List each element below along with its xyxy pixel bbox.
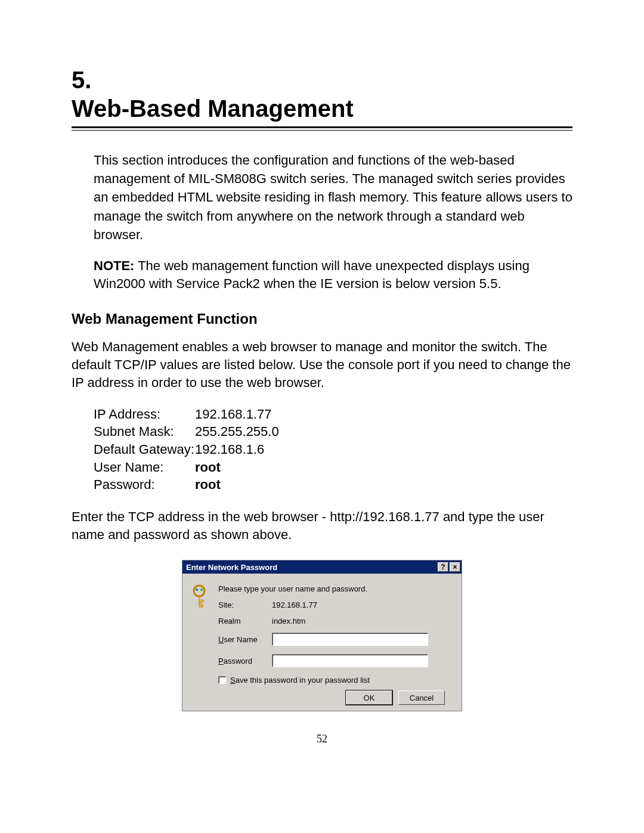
page-number: 52 [72, 733, 572, 745]
kv-val: root [195, 476, 221, 494]
note-label: NOTE: [94, 258, 134, 273]
kv-row-username: User Name: root [94, 459, 572, 476]
kv-val: root [195, 459, 221, 476]
username-label: User Name [218, 635, 272, 644]
kv-row-password: Password: root [94, 476, 572, 494]
chapter-number: 5. [72, 66, 572, 94]
realm-value: index.htm [272, 617, 305, 625]
kv-val: 192.168.1.77 [195, 405, 271, 423]
realm-label: Realm [218, 617, 272, 625]
kv-val: 255.255.255.0 [195, 423, 279, 441]
dialog-titlebar: Enter Network Password ? × [182, 561, 462, 574]
dialog-prompt: Please type your user name and password. [218, 584, 453, 593]
password-input[interactable] [272, 654, 428, 667]
kv-row-ip: IP Address: 192.168.1.77 [94, 405, 572, 423]
kv-row-mask: Subnet Mask: 255.255.255.0 [94, 423, 572, 441]
kv-row-gateway: Default Gateway: 192.168.1.6 [94, 441, 572, 459]
site-label: Site: [218, 600, 272, 609]
close-icon: × [453, 563, 457, 571]
kv-val: 192.168.1.6 [195, 441, 264, 459]
svg-point-2 [200, 589, 203, 591]
cancel-button[interactable]: Cancel [398, 690, 445, 705]
default-values-block: IP Address: 192.168.1.77 Subnet Mask: 25… [94, 405, 572, 494]
ok-button[interactable]: OK [346, 690, 392, 705]
instruction-paragraph: Enter the TCP address in the web browser… [72, 508, 572, 543]
key-icon [191, 584, 211, 608]
dialog-form: Please type your user name and password.… [218, 584, 453, 705]
password-dialog: Enter Network Password ? × Please type y… [182, 560, 462, 711]
site-row: Site: 192.168.1.77 [218, 600, 453, 609]
dialog-title-text: Enter Network Password [186, 563, 436, 572]
dialog-body: Please type your user name and password.… [182, 574, 462, 711]
svg-point-0 [194, 586, 205, 596]
kv-key: IP Address: [94, 405, 195, 423]
document-page: 5. Web-Based Management This section int… [0, 0, 644, 781]
section-paragraph: Web Management enables a web browser to … [72, 338, 572, 392]
kv-key: User Name: [94, 459, 195, 476]
heading-rule [72, 126, 572, 131]
chapter-title: Web-Based Management [72, 94, 572, 123]
password-row: Password [218, 654, 453, 667]
username-input[interactable] [272, 633, 428, 646]
username-row: User Name [218, 633, 453, 646]
save-password-checkbox[interactable] [218, 676, 226, 684]
note-paragraph: NOTE: The web management function will h… [94, 257, 566, 292]
help-button[interactable]: ? [438, 562, 448, 572]
save-password-row: Save this password in your password list [218, 676, 453, 685]
svg-point-1 [196, 589, 198, 591]
help-icon: ? [441, 563, 445, 571]
site-value: 192.168.1.77 [272, 600, 317, 609]
note-text: The web management function will have un… [94, 258, 530, 291]
realm-row: Realm index.htm [218, 617, 453, 625]
save-password-label: Save this password in your password list [230, 676, 370, 685]
dialog-icon-column [191, 584, 218, 705]
password-label: Password [218, 657, 272, 665]
section-title: Web Management Function [72, 311, 572, 327]
intro-paragraph: This section introduces the configuratio… [94, 151, 572, 244]
dialog-prompt-text: Please type your user name and password. [218, 584, 367, 593]
kv-key: Password: [94, 476, 195, 494]
close-button[interactable]: × [450, 562, 460, 572]
dialog-button-row: OK Cancel [218, 690, 453, 705]
kv-key: Subnet Mask: [94, 423, 195, 441]
kv-key: Default Gateway: [94, 441, 195, 459]
